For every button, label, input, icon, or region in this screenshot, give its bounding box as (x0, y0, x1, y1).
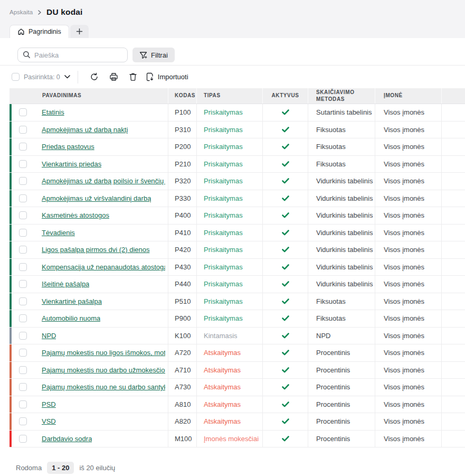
delete-button[interactable] (126, 70, 140, 84)
row-method: Vidurkinis tabelinis (316, 280, 373, 288)
row-name-link[interactable]: Kasmetinės atostogos (42, 211, 109, 219)
row-method: Vidurkinis tabelinis (316, 229, 373, 237)
row-checkbox[interactable] (19, 383, 27, 391)
type-cell: Priskaitymas (196, 190, 262, 207)
row-checkbox[interactable] (19, 246, 27, 254)
row-method: Vidurkinis tabelinis (316, 263, 373, 271)
select-all-checkbox[interactable] (12, 73, 20, 81)
row-checkbox[interactable] (19, 349, 27, 357)
row-name-link[interactable]: Priedas pastovus (42, 143, 94, 151)
row-checkbox[interactable] (19, 366, 27, 374)
table-row: Apmokėjimas už darbą poilsio ir švenčių … (10, 173, 465, 190)
refresh-button[interactable] (87, 70, 101, 84)
row-name-link[interactable]: Vienkartinis priedas (42, 160, 101, 168)
row-checkbox[interactable] (19, 297, 27, 305)
row-name-link[interactable]: Kompensacija už nepanaudotas atostogas (42, 263, 165, 271)
company-cell: Visos įmonės (375, 173, 441, 190)
row-name-link[interactable]: Apmokėjimas už darbą poilsio ir švenčių … (42, 177, 165, 185)
method-cell: Vidurkinis tabelinis (308, 190, 375, 207)
row-name-link[interactable]: Pajamų mokestis nuo darbo užmokesčio (20… (42, 366, 165, 374)
row-checkbox[interactable] (19, 417, 27, 425)
row-checkbox[interactable] (19, 229, 27, 237)
method-cell: Fiksuotas (308, 156, 375, 173)
add-tab-button[interactable] (70, 25, 89, 38)
row-checkbox[interactable] (19, 263, 27, 271)
row-code: P100 (175, 108, 191, 116)
row-checkbox[interactable] (19, 126, 27, 134)
search-input[interactable] (17, 48, 128, 62)
row-name-link[interactable]: Apmokėjimas už darbą naktį (42, 126, 128, 134)
name-cell: VSD (10, 413, 168, 430)
row-category-bar (10, 310, 12, 327)
row-checkbox[interactable] (19, 160, 27, 168)
active-cell (262, 104, 308, 121)
selected-dropdown[interactable]: Pasirinkta: 0 (24, 73, 70, 81)
row-company: Visos įmonės (384, 177, 424, 185)
active-cell (262, 396, 308, 413)
code-cell: P430 (168, 259, 196, 276)
active-check-icon (282, 384, 289, 390)
row-company: Visos įmonės (384, 349, 424, 357)
row-checkbox[interactable] (19, 314, 27, 322)
row-name-link[interactable]: NPD (42, 332, 56, 340)
name-cell: Vienkartinis priedas (10, 156, 168, 173)
company-cell: Visos įmonės (375, 241, 441, 258)
row-company: Visos įmonės (384, 383, 424, 391)
row-name-link[interactable]: Pajamų mokestis nuo ligos išmokos, motin… (42, 349, 165, 357)
active-cell (262, 122, 308, 138)
table-row: VSD A820 Atskaitymas Procentinis Visos į… (10, 413, 465, 431)
row-method: Vidurkinis tabelinis (316, 177, 373, 185)
row-name-link[interactable]: Išeitinė pašalpa (42, 280, 89, 288)
type-cell: Priskaitymas (196, 104, 262, 121)
row-type: Įmonės mokesčiai (204, 435, 259, 443)
type-cell: Priskaitymas (196, 156, 262, 173)
row-name-link[interactable]: Apmokėjimas už viršvalandinį darbą (42, 194, 151, 202)
active-check-icon (282, 264, 289, 270)
row-checkbox[interactable] (19, 194, 27, 202)
row-name-link[interactable]: PSD (42, 400, 56, 408)
row-method: Procentinis (316, 400, 350, 408)
row-name-link[interactable]: Ligos pašalpa pirmos dvi (2) dienos (42, 246, 150, 254)
row-method: Procentinis (316, 349, 350, 357)
row-checkbox[interactable] (19, 211, 27, 219)
print-button[interactable] (107, 70, 121, 84)
row-name-link[interactable]: Darbdavio sodra (42, 435, 92, 443)
row-type: Priskaitymas (204, 211, 243, 219)
row-company: Visos įmonės (384, 314, 424, 322)
row-company: Visos įmonės (384, 211, 424, 219)
row-checkbox[interactable] (19, 400, 27, 408)
breadcrumb-parent[interactable]: Apskaita (10, 9, 33, 15)
actions-cell (441, 173, 465, 190)
code-cell: P310 (168, 122, 196, 138)
row-checkbox[interactable] (19, 332, 27, 340)
row-code: P310 (175, 126, 191, 134)
method-cell: Vidurkinis tabelinis (308, 207, 375, 224)
row-name-link[interactable]: Tėvadienis (42, 229, 75, 237)
code-cell: A810 (168, 396, 196, 413)
row-name-link[interactable]: VSD (42, 417, 56, 425)
row-name-link[interactable]: Automobilio nuoma (42, 314, 100, 322)
row-category-bar (10, 173, 12, 190)
row-checkbox[interactable] (19, 143, 27, 151)
row-checkbox[interactable] (19, 177, 27, 185)
actions-cell (441, 413, 465, 430)
toolbar: Pasirinkta: 0 Importuoti (0, 65, 465, 88)
import-button[interactable]: Importuoti (146, 72, 188, 81)
method-cell: Procentinis (308, 413, 375, 430)
active-cell (262, 328, 308, 344)
table-row: Vienkartinė pašalpa P510 Priskaitymas Fi… (10, 293, 465, 311)
active-check-icon (282, 161, 289, 167)
row-checkbox[interactable] (19, 435, 27, 443)
row-name-link[interactable]: Vienkartinė pašalpa (42, 297, 102, 305)
filter-button[interactable]: Filtrai (132, 48, 175, 62)
row-name-link[interactable]: Etatinis (42, 108, 64, 116)
type-cell: Priskaitymas (196, 310, 262, 327)
row-checkbox[interactable] (19, 108, 27, 116)
actions-cell (441, 362, 465, 379)
method-cell: Procentinis (308, 362, 375, 379)
row-name-link[interactable]: Pajamų mokestis nuo ne su darbo santykia… (42, 383, 165, 391)
type-cell: Atskaitymas (196, 396, 262, 413)
table-row: Išeitinė pašalpa P440 Priskaitymas Vidur… (10, 276, 465, 293)
row-checkbox[interactable] (19, 280, 27, 288)
tab-pagrindinis[interactable]: Pagrindinis (10, 25, 69, 38)
